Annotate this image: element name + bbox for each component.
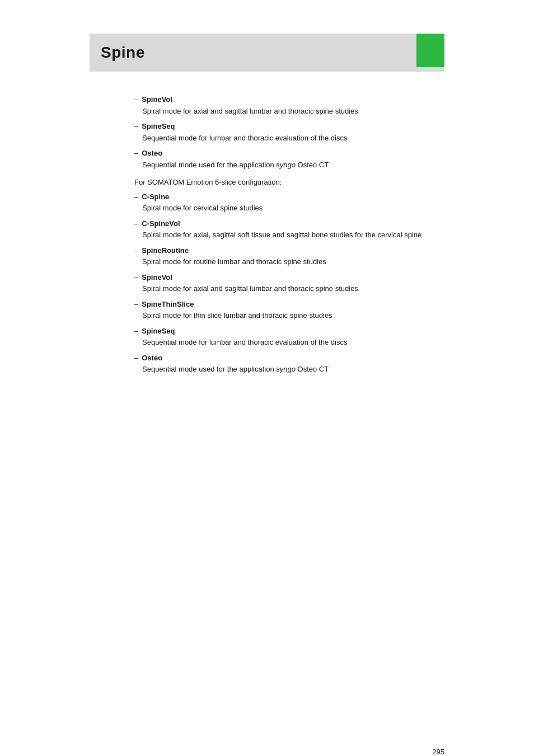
item-name-osteo-2: Osteo <box>142 353 162 364</box>
item-name-spinevol-1: SpineVol <box>142 94 172 105</box>
item-desc-spinethinslice: Spiral mode for thin slice lumbar and th… <box>142 310 444 321</box>
list-item-header: – SpineSeq <box>134 326 444 337</box>
item-desc-osteo-1: Sequential mode used for the application… <box>142 159 444 171</box>
list-item-spinevol-2: – SpineVol Spiral mode for axial and sag… <box>134 272 444 294</box>
list-item-header: – SpineRoutine <box>134 245 444 256</box>
dash: – <box>134 245 138 256</box>
list-item-spineseq-2: – SpineSeq Sequential mode for lumbar an… <box>134 326 444 348</box>
list-item-header: – Osteo <box>134 353 444 364</box>
list-item-osteo-1: – Osteo Sequential mode used for the app… <box>134 148 444 170</box>
dash: – <box>134 121 138 132</box>
dash: – <box>134 299 138 310</box>
list-item-header: – SpineVol <box>134 272 444 283</box>
osteo2-desc-italic: syngo <box>276 365 296 373</box>
item-name-spinethinslice: SpineThinSlice <box>142 299 194 310</box>
dash: – <box>134 94 138 105</box>
item-desc-osteo-2: Sequential mode used for the application… <box>142 364 444 375</box>
osteo2-desc-after: Osteo CT <box>296 365 329 373</box>
list-item-osteo-2: – Osteo Sequential mode used for the app… <box>134 353 444 375</box>
list-item-spineroutine: – SpineRoutine Spiral mode for routine l… <box>134 245 444 267</box>
item-name-spineroutine: SpineRoutine <box>142 245 189 256</box>
item-desc-spineseq-1: Sequential mode for lumbar and thoracic … <box>142 133 444 144</box>
list-item-header: – SpineVol <box>134 94 444 105</box>
item-desc-cspine: Spiral mode for cervical spine studies <box>142 203 444 214</box>
item-desc-spineroutine: Spiral mode for routine lumbar and thora… <box>142 256 444 267</box>
page-title: Spine <box>101 44 145 62</box>
list-item-spinevol-1: – SpineVol Spiral mode for axial and sag… <box>134 94 444 116</box>
list-item-cspinevol: – C-SpineVol Spiral mode for axial, sagi… <box>134 218 444 241</box>
page-number: 295 <box>432 748 444 756</box>
dash: – <box>134 353 138 364</box>
osteo-desc-italic: syngo <box>276 161 296 169</box>
item-desc-spinevol-2: Spiral mode for axial and sagittal lumba… <box>142 283 444 294</box>
item-name-cspine: C-Spine <box>142 191 169 203</box>
item-name-cspinevol: C-SpineVol <box>142 218 180 229</box>
dash: – <box>134 148 138 159</box>
item-desc-cspinevol: Spiral mode for axial, sagittal soft tis… <box>142 229 444 241</box>
content-area: – SpineVol Spiral mode for axial and sag… <box>134 94 444 375</box>
osteo2-desc-before: Sequential mode used for the application <box>142 365 276 373</box>
list-item-spinethinslice: – SpineThinSlice Spiral mode for thin sl… <box>134 299 444 321</box>
list-item-header: – Osteo <box>134 148 444 159</box>
item-name-osteo-1: Osteo <box>142 148 162 159</box>
item-name-spinevol-2: SpineVol <box>142 272 172 283</box>
section2-label: For SOMATOM Emotion 6-slice configuratio… <box>134 177 444 188</box>
dash: – <box>134 191 138 203</box>
dash: – <box>134 326 138 337</box>
item-name-spineseq-1: SpineSeq <box>142 121 175 132</box>
list-item-header: – SpineThinSlice <box>134 299 444 310</box>
list-item-header: – C-Spine <box>134 191 444 203</box>
header-section: Spine <box>90 34 444 72</box>
dash: – <box>134 272 138 283</box>
list-item-header: – C-SpineVol <box>134 218 444 229</box>
list-item-cspine: – C-Spine Spiral mode for cervical spine… <box>134 191 444 214</box>
list-item-spineseq-1: – SpineSeq Sequential mode for lumbar an… <box>134 121 444 143</box>
item-name-spineseq-2: SpineSeq <box>142 326 175 337</box>
page-container: Spine – SpineVol Spiral mode for axial a… <box>0 34 534 756</box>
osteo-desc-before: Sequential mode used for the application <box>142 161 276 169</box>
osteo-desc-after: Osteo CT <box>296 161 329 169</box>
item-desc-spinevol-1: Spiral mode for axial and sagittal lumba… <box>142 106 444 117</box>
dash: – <box>134 218 138 229</box>
green-accent-block <box>416 34 444 67</box>
list-item-header: – SpineSeq <box>134 121 444 132</box>
item-desc-spineseq-2: Sequential mode for lumbar and thoracic … <box>142 337 444 348</box>
